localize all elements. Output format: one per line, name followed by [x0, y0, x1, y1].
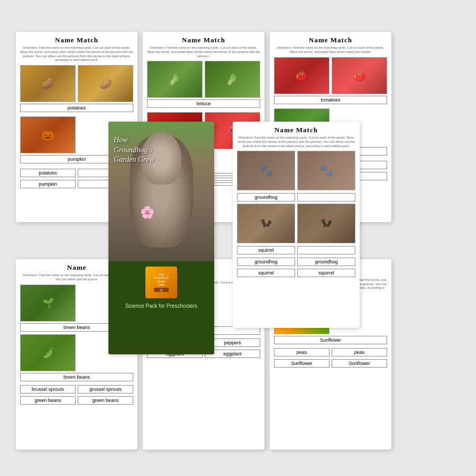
card6-answer-row1: peas peas — [274, 347, 387, 356]
card1-img-row: 🥔 🥔 — [20, 65, 133, 102]
card7-label1: groundhog — [237, 193, 295, 202]
cover-card: 🌸 HowGroundhog'sGarden Grew How Groundho… — [108, 122, 214, 354]
card7-label3: groundhog — [237, 258, 295, 266]
card1-label1: potatoes — [20, 104, 133, 112]
card1-label3: potatoes — [20, 169, 76, 177]
card6-label4: Sunflower — [274, 359, 329, 368]
groundhog-image-2: 🐾 — [297, 151, 355, 190]
card7-label2: squirrel — [237, 246, 295, 254]
card7-label5: squirrel — [237, 269, 295, 277]
card1-title: Name Match — [20, 36, 133, 44]
card7-label6: squirrel — [297, 269, 355, 277]
card7-groundhog-labels: groundhog — [237, 192, 355, 202]
card6-label1: Sunflower — [274, 336, 387, 344]
brussel-sprouts-image: 🌱 — [20, 285, 76, 322]
cover-bottom: How Groundhog's Garden Grew 📚 Science Pa… — [108, 261, 214, 354]
cover-image: 🌸 HowGroundhog'sGarden Grew — [108, 122, 214, 261]
green-beans-image: 🫛 — [20, 334, 76, 371]
potatoes-image-2: 🥔 — [78, 65, 133, 102]
card7-answer-row2: squirrel squirrel — [237, 268, 355, 277]
tomatoes-image-2: 🍅 — [332, 57, 387, 94]
squirrel-image-2: 🐿 — [297, 204, 355, 243]
card2-title: Name Match — [147, 36, 260, 44]
lettuce-image-1: 🥬 — [147, 61, 203, 98]
pumpkin-image: 🎃 — [20, 116, 76, 153]
cover-badge: How Groundhog's Garden Grew 📚 — [145, 267, 177, 298]
card3-title: Name Match — [274, 36, 387, 44]
card6-label5: Sunflower — [332, 359, 387, 368]
card3-subtitle: Directions: Find the name on the matchin… — [274, 46, 387, 54]
card7-label2b — [297, 246, 355, 254]
card2-img-row: 🥬 🥬 — [147, 61, 260, 98]
card7-squirrel-labels: squirrel — [237, 245, 355, 254]
card4-label2: breen beans — [20, 373, 133, 381]
card4-label5: green beans — [20, 396, 76, 405]
card6-answer-row2: Sunflower Sunflower — [274, 358, 387, 368]
card7-answer-row1: groundhog groundhog — [237, 257, 355, 266]
potatoes-image-1: 🥔 — [20, 65, 76, 102]
squirrel-image-1: 🐿 — [237, 204, 295, 243]
card4-label6: green beans — [78, 396, 133, 405]
card4-label4: grussel sprouts — [78, 385, 133, 393]
card7-title: Name Match — [237, 126, 355, 134]
card1-label4: pumpkin — [20, 180, 76, 188]
tomatoes-image-1: 🍅 — [274, 57, 329, 94]
card2-label1: lettuce — [147, 99, 260, 108]
cover-title-top: HowGroundhog'sGarden Grew — [114, 136, 154, 163]
card4-label3: brussel sprouts — [20, 385, 76, 393]
card2-subtitle: Directions: Find the name on the matchin… — [147, 46, 260, 58]
cover-subtitle: Science Pack for Preschoolers — [125, 303, 197, 310]
card7-subtitle: Directions: Find the name on the matchin… — [237, 136, 355, 148]
card3-label1: tomatoes — [274, 96, 387, 104]
card3-img-row: 🍅 🍅 — [274, 57, 387, 94]
worksheet-card-7: Name Match Directions: Find the name on … — [233, 122, 360, 328]
card7-img-row1: 🐾 🐾 — [237, 151, 355, 190]
main-scene: Name Match Directions: Find the name on … — [11, 16, 465, 460]
card4-answer-row2: green beans green beans — [20, 395, 133, 405]
card7-img-row2: 🐿 🐿 — [237, 204, 355, 243]
card6-label2: peas — [274, 348, 329, 356]
card7-label4: groundhog — [297, 258, 355, 266]
card7-label1b — [297, 193, 355, 202]
groundhog-image-1: 🐾 — [237, 151, 295, 190]
card4-answer-row1: brussel sprouts grussel sprouts — [20, 384, 133, 393]
card6-label3: peas — [332, 348, 387, 356]
card1-subtitle: Directions: Find the name on the matchin… — [20, 46, 133, 62]
cover-groundhog-bg: 🌸 HowGroundhog'sGarden Grew — [108, 122, 214, 261]
lettuce-image-2: 🥬 — [205, 61, 260, 98]
